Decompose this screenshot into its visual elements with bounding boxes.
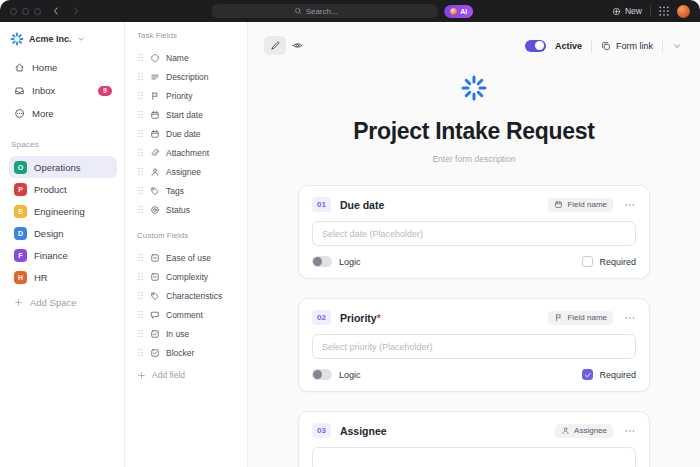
top-bar: AI New (0, 0, 700, 22)
calendar-icon (150, 110, 160, 120)
workspace-switcher[interactable]: Acme Inc. (9, 30, 117, 56)
divider (650, 5, 651, 17)
checkbox-icon (150, 348, 160, 358)
field-input[interactable] (312, 447, 636, 467)
field-input[interactable] (312, 221, 636, 246)
custom-field-ease-of-use[interactable]: Ease of use (137, 248, 239, 267)
search-input[interactable] (306, 7, 356, 16)
more-options-chevron-icon[interactable] (672, 41, 682, 51)
search-icon (294, 7, 302, 15)
ai-button[interactable]: AI (444, 5, 473, 18)
card-menu-icon[interactable] (624, 312, 636, 324)
task-field-due-date[interactable]: Due date (137, 124, 239, 143)
custom-field-comment[interactable]: Comment (137, 305, 239, 324)
field-label: Description (166, 72, 209, 82)
space-label: Design (34, 228, 64, 239)
field-type-chip[interactable]: Assignee (555, 424, 613, 438)
required-asterisk: * (377, 312, 381, 324)
required-control[interactable]: Required (582, 369, 636, 380)
task-field-attachment[interactable]: Attachment (137, 143, 239, 162)
space-avatar: D (14, 227, 27, 240)
status-icon (150, 205, 160, 215)
eye-icon (292, 40, 303, 51)
chevron-down-icon (77, 35, 85, 43)
user-avatar[interactable] (677, 5, 690, 18)
task-field-start-date[interactable]: Start date (137, 105, 239, 124)
search-bar[interactable] (211, 4, 438, 18)
preview-button[interactable] (286, 36, 308, 55)
sidebar-item-more[interactable]: More (9, 102, 117, 125)
drag-handle-icon (137, 253, 144, 262)
space-label: Product (34, 184, 67, 195)
logic-toggle[interactable] (312, 369, 332, 380)
field-label: Ease of use (166, 253, 211, 263)
form-toolbar: Active Form link (248, 22, 700, 55)
custom-field-in-use[interactable]: In use (137, 324, 239, 343)
form-link-button[interactable]: Form link (601, 41, 653, 51)
sidebar-space-operations[interactable]: OOperations (9, 156, 117, 178)
field-label: Due date (166, 129, 201, 139)
sidebar-item-inbox[interactable]: Inbox9 (9, 79, 117, 102)
custom-field-complexity[interactable]: Complexity (137, 267, 239, 286)
task-field-tags[interactable]: Tags (137, 181, 239, 200)
edit-mode-button[interactable] (264, 36, 286, 55)
field-label: In use (166, 329, 189, 339)
sidebar-space-finance[interactable]: FFinance (9, 244, 117, 266)
form-field-card-due-date: 01Due dateField nameLogicRequired (298, 185, 650, 279)
drag-handle-icon (137, 272, 144, 281)
task-field-assignee[interactable]: Assignee (137, 162, 239, 181)
description-icon (150, 72, 160, 82)
add-space-button[interactable]: Add Space (9, 291, 117, 313)
field-title: Due date (340, 199, 384, 211)
drag-handle-icon (137, 91, 144, 100)
field-type-chip[interactable]: Field name (548, 198, 613, 212)
sidebar-item-home[interactable]: Home (9, 56, 117, 79)
space-label: HR (34, 272, 48, 283)
pencil-icon (270, 40, 281, 51)
required-control[interactable]: Required (582, 256, 636, 267)
task-field-priority[interactable]: Priority (137, 86, 239, 105)
required-checkbox[interactable] (582, 256, 593, 267)
space-label: Engineering (34, 206, 85, 217)
form-description-placeholder[interactable]: Enter form description (248, 154, 700, 164)
add-field-button[interactable]: Add field (137, 365, 239, 385)
field-label: Blocker (166, 348, 194, 358)
field-type-chip[interactable]: Field name (548, 311, 613, 325)
person-icon (561, 426, 570, 435)
space-avatar: O (14, 161, 27, 174)
field-input[interactable] (312, 334, 636, 359)
back-icon[interactable] (51, 6, 61, 16)
task-field-description[interactable]: Description (137, 67, 239, 86)
drag-handle-icon (137, 205, 144, 214)
card-header: 02Priority*Field name (312, 310, 636, 325)
field-label: Attachment (166, 148, 209, 158)
divider (662, 39, 663, 53)
new-button[interactable]: New (612, 6, 642, 16)
drag-handle-icon (137, 186, 144, 195)
apps-grid-icon[interactable] (659, 6, 669, 16)
task-fields-label: Task Fields (137, 31, 239, 40)
window-controls[interactable] (10, 8, 41, 15)
sidebar-space-engineering[interactable]: EEngineering (9, 200, 117, 222)
active-toggle[interactable] (525, 40, 546, 52)
sidebar-space-product[interactable]: PProduct (9, 178, 117, 200)
forward-icon[interactable] (71, 6, 81, 16)
card-menu-icon[interactable] (624, 425, 636, 437)
sidebar-space-design[interactable]: DDesign (9, 222, 117, 244)
logic-label: Logic (339, 370, 361, 380)
sidebar-space-hr[interactable]: HHR (9, 266, 117, 288)
active-label: Active (555, 41, 582, 51)
task-field-name[interactable]: Name (137, 48, 239, 67)
logic-toggle[interactable] (312, 256, 332, 267)
field-number-badge: 02 (312, 310, 331, 325)
custom-field-characteristics[interactable]: Characteristics (137, 286, 239, 305)
dropdown-icon (150, 272, 160, 282)
form-title[interactable]: Project Intake Request (248, 118, 700, 145)
card-menu-icon[interactable] (624, 199, 636, 211)
custom-field-blocker[interactable]: Blocker (137, 343, 239, 362)
workspace-logo-icon (10, 32, 24, 46)
task-field-status[interactable]: Status (137, 200, 239, 219)
custom-fields-label: Custom Fields (137, 231, 239, 240)
required-checkbox[interactable] (582, 369, 593, 380)
drag-handle-icon (137, 310, 144, 319)
